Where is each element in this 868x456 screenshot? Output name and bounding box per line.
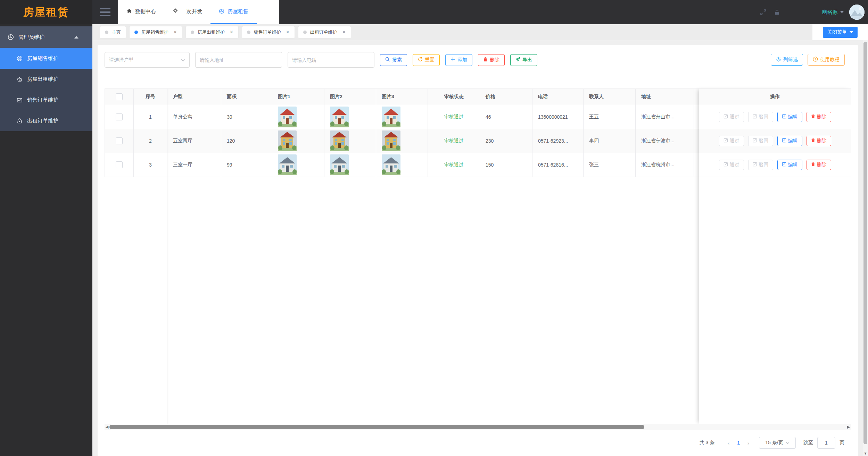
row-checkbox[interactable] (116, 161, 123, 168)
edit-button[interactable]: 编辑 (777, 160, 802, 170)
sidebar-item-house-rent-maintenance[interactable]: 房屋出租维护 (0, 69, 92, 90)
user-menu[interactable]: 幽络源 (822, 9, 844, 16)
next-page-icon[interactable]: › (743, 440, 753, 446)
tab-house-sale-maintenance[interactable]: 房屋销售维护 ✕ (130, 26, 182, 38)
trash-icon (811, 114, 815, 120)
close-menu-container: 关闭菜单 (812, 24, 868, 40)
horizontal-scrollbar-thumb[interactable] (109, 425, 644, 429)
top-nav-label: 房屋租售 (228, 8, 248, 15)
address-input[interactable] (195, 52, 282, 68)
vertical-scrollbar-thumb[interactable] (863, 42, 867, 444)
add-button[interactable]: 添加 (445, 54, 472, 66)
house-photo[interactable] (382, 130, 400, 151)
page-number[interactable]: 1 (734, 440, 743, 446)
col-header-type: 户型 (167, 89, 221, 105)
scroll-right-arrow[interactable]: ▶ (846, 424, 851, 430)
tab-dot-icon (105, 31, 108, 34)
top-nav-item-secondary-dev[interactable]: 二次开发 (164, 0, 210, 24)
reset-button[interactable]: 重置 (413, 54, 440, 66)
sidebar-item-sale-order-maintenance[interactable]: 销售订单维护 (0, 90, 92, 110)
house-photo[interactable] (278, 107, 297, 127)
aperture-icon (8, 34, 14, 40)
tab-home[interactable]: 主页 (100, 26, 126, 38)
close-icon[interactable]: ✕ (342, 29, 346, 35)
sidebar-toggle-button[interactable] (92, 0, 118, 24)
col-header-img3: 图片3 (376, 89, 428, 105)
house-photo[interactable] (278, 130, 297, 151)
approve-label: 通过 (730, 114, 739, 120)
close-menu-label: 关闭菜单 (827, 29, 847, 35)
col-header-img1: 图片1 (272, 89, 324, 105)
house-photo[interactable] (330, 107, 349, 127)
approve-button[interactable]: 通过 (719, 160, 744, 170)
prev-page-icon[interactable]: ‹ (724, 440, 734, 446)
delete-row-button[interactable]: 删除 (807, 160, 831, 170)
house-photo[interactable] (382, 107, 400, 127)
trash-icon (483, 57, 488, 63)
reject-button[interactable]: 驳回 (748, 160, 773, 170)
cell-seq: 1 (134, 105, 167, 129)
sidebar-group-admin-maintenance[interactable]: 管理员维护 (0, 26, 92, 48)
close-icon[interactable]: ✕ (286, 29, 290, 35)
select-all-checkbox[interactable] (116, 93, 123, 100)
delete-row-button[interactable]: 删除 (807, 136, 831, 146)
tab-dot-icon (303, 31, 307, 34)
row-checkbox[interactable] (116, 113, 123, 120)
edit-button[interactable]: 编辑 (777, 112, 802, 122)
aperture-icon (219, 8, 224, 15)
col-header-area: 面积 (221, 89, 272, 105)
horizontal-scrollbar-track[interactable] (109, 424, 846, 430)
house-photo[interactable] (278, 154, 297, 175)
cell-type: 单身公寓 (167, 105, 221, 129)
page-size-select[interactable]: 15 条/页 (759, 437, 796, 449)
top-nav-item-house-rental[interactable]: 房屋租售 (210, 0, 257, 24)
jump-page-input[interactable] (817, 437, 835, 449)
vertical-scrollbar[interactable]: ▼ (863, 40, 868, 456)
row-checkbox[interactable] (116, 137, 123, 144)
cell-phone: 0571-62816... (532, 153, 584, 177)
close-icon[interactable]: ✕ (230, 29, 233, 35)
top-nav-item-data-center[interactable]: 数据中心 (118, 0, 164, 24)
chevron-down-icon (840, 11, 844, 13)
close-icon[interactable]: ✕ (173, 29, 177, 35)
search-button[interactable]: 搜索 (380, 54, 407, 66)
chevron-down-icon (786, 442, 790, 444)
house-photo[interactable] (382, 154, 400, 175)
house-photo[interactable] (330, 130, 349, 151)
tab-dot-icon (134, 31, 138, 34)
lock-icon[interactable] (770, 0, 784, 24)
trash-icon (811, 162, 815, 168)
reject-button[interactable]: 驳回 (748, 136, 773, 146)
tutorial-button[interactable]: ? 使用教程 (808, 54, 845, 66)
tab-sale-order-maintenance[interactable]: 销售订单维护 ✕ (242, 26, 295, 38)
status-badge: 审核通过 (428, 153, 480, 177)
house-photo[interactable] (330, 154, 349, 175)
sidebar-item-rent-order-maintenance[interactable]: 出租订单维护 (0, 110, 92, 131)
tab-house-rent-maintenance[interactable]: 房屋出租维护 ✕ (186, 26, 238, 38)
status-badge: 审核通过 (428, 105, 480, 129)
cell-contact: 王五 (584, 105, 636, 129)
approve-button[interactable]: 通过 (719, 136, 744, 146)
scroll-left-arrow[interactable]: ◀ (105, 424, 109, 430)
app-window: 房屋租赁 数据中心 二次开发 房屋租售 (0, 0, 868, 456)
reject-button[interactable]: 驳回 (748, 112, 773, 122)
edit-label: 编辑 (788, 138, 798, 144)
approve-button[interactable]: 通过 (719, 112, 744, 122)
column-filter-button[interactable]: 列筛选 (771, 54, 803, 66)
export-button[interactable]: 导出 (510, 54, 537, 66)
top-nav-label: 二次开发 (181, 8, 202, 15)
fullscreen-icon[interactable] (756, 0, 770, 24)
cell-contact: 张三 (584, 153, 636, 177)
tab-rent-order-maintenance[interactable]: 出租订单维护 ✕ (298, 26, 351, 38)
phone-input[interactable] (288, 52, 374, 68)
close-menu-button[interactable]: 关闭菜单 (823, 27, 858, 38)
delete-button[interactable]: 删除 (478, 54, 505, 66)
scroll-down-arrow[interactable]: ▼ (863, 451, 868, 455)
app-logo-text: 房屋租赁 (23, 5, 69, 19)
pagination: 共 3 条 ‹ 1 › 15 条/页 跳至 页 (700, 437, 844, 449)
sidebar-item-house-sale-maintenance[interactable]: @ 房屋销售维护 (0, 48, 92, 69)
house-type-select[interactable]: 请选择户型 (105, 52, 190, 68)
avatar[interactable] (849, 5, 865, 20)
delete-row-button[interactable]: 删除 (807, 112, 831, 122)
edit-button[interactable]: 编辑 (777, 136, 802, 146)
